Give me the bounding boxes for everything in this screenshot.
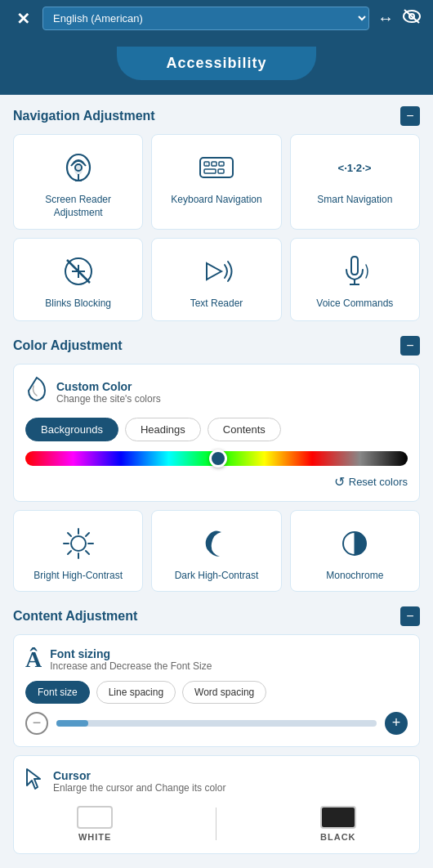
font-title: Font sizing [50,647,212,660]
tab-contents[interactable]: Contents [208,418,281,441]
screen-reader-icon [60,148,96,187]
svg-text:<·1·2·>: <·1·2·> [338,162,372,174]
font-range-fill [56,720,88,727]
dark-icon [199,524,234,563]
smart-nav-label: Smart Navigation [317,194,392,207]
reset-label: Reset colors [349,476,408,488]
navigation-grid: Screen ReaderAdjustment ↑ ↓ → [13,134,420,321]
contrast-grid: Bright High-Contrast Dark High-Contrast [13,510,420,592]
nav-item-keyboard[interactable]: ↑ ↓ → Keyboard Navigation [151,134,281,230]
reset-colors-btn[interactable]: ↺ Reset colors [25,474,408,490]
keyboard-nav-label: Keyboard Navigation [171,194,261,207]
font-slider-row: − + [25,712,408,735]
language-select[interactable]: English (American) Spanish French German [42,7,369,30]
custom-color-title: Custom Color [56,380,161,393]
cursor-divider [216,808,216,840]
cursor-subtitle: Enlarge the cursor and Change its color [53,782,225,794]
top-bar: ✕ English (American) Spanish French Germ… [0,0,433,37]
cursor-black-label: BLACK [320,832,356,842]
navigation-section: Navigation Adjustment − Screen [13,106,420,321]
tab-headings[interactable]: Headings [125,418,201,441]
nav-item-screen-reader[interactable]: Screen ReaderAdjustment [13,134,143,230]
hide-icon[interactable] [402,8,422,29]
navigation-collapse-btn[interactable]: − [400,106,420,126]
content-title: Content Adjustment [13,609,137,624]
color-tab-row: Backgrounds Headings Contents [25,418,408,441]
svg-marker-39 [27,769,40,789]
font-text: Font sizing Increase and Decrease the Fo… [50,647,212,672]
navigation-section-header: Navigation Adjustment − [13,106,420,126]
blinks-label: Blinks Blocking [45,298,111,311]
cursor-option-white[interactable]: WHITE [77,806,113,842]
voice-label: Voice Commands [316,298,393,311]
svg-marker-22 [207,263,221,280]
svg-rect-12 [204,169,216,173]
smart-nav-icon: <·1·2·> [337,148,373,187]
color-slider[interactable] [25,451,408,466]
color-title: Color Adjustment [13,338,123,353]
svg-text:→: → [219,162,223,167]
content-section-header: Content Adjustment − [13,606,420,626]
font-increase-btn[interactable]: + [385,712,408,735]
custom-color-card: Custom Color Change the site's colors Ba… [13,364,420,502]
font-tab-row: Font size Line spacing Word spacing [25,681,408,704]
font-subtitle: Increase and Decrease the Font Size [50,660,212,672]
font-tab-size[interactable]: Font size [25,681,90,704]
font-icon: Â [25,647,42,673]
cursor-options-row: WHITE BLACK [25,806,408,842]
nav-item-text-reader[interactable]: Text Reader [151,238,281,321]
bright-icon [60,524,96,563]
nav-item-blinks[interactable]: Blinks Blocking [13,238,143,321]
cursor-card: Cursor Enlarge the cursor and Change its… [13,755,420,854]
svg-rect-8 [200,158,233,177]
navigation-title: Navigation Adjustment [13,109,155,123]
font-decrease-btn[interactable]: − [25,712,48,735]
top-icons: ↔ [377,8,422,29]
content-section: Content Adjustment − Â Font sizing Incre… [13,606,420,854]
font-tab-line[interactable]: Line spacing [96,681,176,704]
voice-icon [337,252,373,291]
font-tab-word[interactable]: Word spacing [182,681,266,704]
svg-point-25 [71,536,86,551]
svg-line-33 [68,551,71,554]
cursor-white-label: WHITE [78,832,111,842]
font-card-header: Â Font sizing Increase and Decrease the … [25,647,408,673]
main-content: Navigation Adjustment − Screen [0,95,433,868]
custom-color-subtitle: Change the site's colors [56,393,161,405]
nav-item-smart[interactable]: <·1·2·> Smart Navigation [290,134,420,230]
color-section-header: Color Adjustment − [13,336,420,356]
header: Accessibility [0,37,433,95]
cursor-icon [25,767,45,796]
svg-rect-13 [218,169,224,173]
svg-text:↑: ↑ [206,162,208,167]
blinks-icon [60,252,96,291]
font-range-track[interactable] [56,720,377,727]
cursor-option-black[interactable]: BLACK [320,806,356,842]
reset-icon: ↺ [334,474,345,490]
svg-line-21 [67,260,90,283]
color-section: Color Adjustment − Custom Color Change t… [13,336,420,592]
dark-label: Dark High-Contrast [175,570,259,581]
contrast-item-bright[interactable]: Bright High-Contrast [13,510,143,592]
nav-item-voice[interactable]: Voice Commands [290,238,420,321]
svg-line-31 [86,551,89,554]
text-reader-label: Text Reader [190,298,243,311]
cursor-card-header: Cursor Enlarge the cursor and Change its… [25,767,408,796]
slider-thumb[interactable] [209,450,227,468]
text-reader-icon [199,252,234,291]
cursor-white-swatch [77,806,113,829]
color-collapse-btn[interactable]: − [400,336,420,356]
contrast-item-mono[interactable]: Monochrome [290,510,420,592]
page-title: Accessibility [117,47,315,80]
droplet-icon [25,376,48,409]
cursor-title: Cursor [53,769,225,782]
resize-icon[interactable]: ↔ [377,9,394,28]
color-slider-wrap [25,451,408,466]
bright-label: Bright High-Contrast [33,570,123,581]
close-button[interactable]: ✕ [11,9,34,29]
tab-backgrounds[interactable]: Backgrounds [25,418,118,441]
contrast-item-dark[interactable]: Dark High-Contrast [151,510,281,592]
svg-line-32 [86,533,89,536]
content-collapse-btn[interactable]: − [400,606,420,626]
screen-reader-label: Screen ReaderAdjustment [45,194,111,219]
